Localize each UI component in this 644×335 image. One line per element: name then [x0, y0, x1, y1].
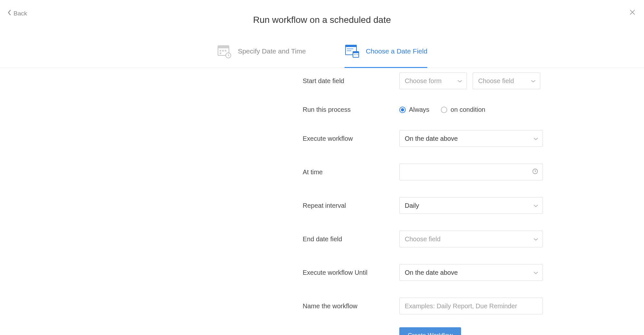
select-end-date-field[interactable]: Choose field — [399, 231, 543, 247]
select-value: Daily — [405, 202, 419, 209]
row-execute-workflow: Execute workflow On the date above — [100, 130, 544, 147]
radio-label: Always — [409, 106, 429, 113]
radio-icon — [399, 107, 406, 113]
tab-label: Choose a Date Field — [366, 47, 427, 55]
select-choose-form[interactable]: Choose form — [399, 72, 467, 89]
radio-on-condition[interactable]: on condition — [441, 106, 485, 113]
tab-choose-date-field[interactable]: Choose a Date Field — [345, 37, 427, 68]
form-area: Start date field Choose form Choose fiel… — [0, 68, 644, 335]
radio-label: on condition — [450, 106, 485, 113]
label-execute-until: Execute workflow Until — [303, 269, 399, 276]
svg-rect-1 — [218, 46, 229, 48]
svg-rect-2 — [220, 50, 221, 52]
label-repeat-interval: Repeat interval — [303, 202, 399, 209]
chevron-down-icon — [534, 235, 538, 243]
tab-label: Specify Date and Time — [238, 47, 306, 55]
page-title: Run workflow on a scheduled date — [8, 6, 636, 37]
row-name-workflow: Name the workflow — [100, 298, 544, 314]
chevron-down-icon — [534, 269, 538, 276]
select-repeat-interval[interactable]: Daily — [399, 197, 543, 214]
svg-rect-13 — [354, 54, 355, 55]
chevron-left-icon — [8, 10, 12, 17]
row-end-date: End date field Choose field — [100, 231, 544, 247]
row-start-date: Start date field Choose form Choose fiel… — [100, 72, 544, 89]
clock-icon — [532, 168, 538, 176]
close-button[interactable] — [629, 8, 636, 17]
input-at-time[interactable] — [399, 164, 543, 180]
select-execute-until[interactable]: On the date above — [399, 264, 543, 281]
form-calendar-icon — [345, 44, 359, 59]
label-at-time: At time — [303, 168, 399, 176]
svg-rect-9 — [347, 48, 353, 49]
svg-rect-8 — [346, 45, 356, 47]
radio-icon — [441, 107, 447, 113]
label-end-date: End date field — [303, 235, 399, 243]
calendar-clock-icon — [217, 44, 232, 59]
label-execute-workflow: Execute workflow — [303, 135, 399, 142]
label-name-workflow: Name the workflow — [303, 302, 399, 310]
select-value: Choose field — [478, 77, 514, 85]
svg-rect-3 — [222, 50, 224, 52]
radio-always[interactable]: Always — [399, 106, 429, 113]
select-value: On the date above — [405, 269, 458, 276]
back-button[interactable]: Back — [8, 10, 27, 17]
label-start-date: Start date field — [303, 77, 399, 85]
svg-rect-10 — [347, 50, 351, 51]
select-execute-workflow[interactable]: On the date above — [399, 130, 543, 147]
svg-rect-5 — [220, 53, 221, 54]
row-at-time: At time — [100, 164, 544, 180]
chevron-down-icon — [458, 77, 462, 85]
select-value: Choose field — [405, 235, 440, 243]
close-icon — [629, 12, 636, 17]
modal-header: Back Run workflow on a scheduled date — [0, 0, 644, 68]
select-value: Choose form — [405, 77, 442, 85]
select-choose-field-start[interactable]: Choose field — [473, 72, 540, 89]
svg-rect-12 — [353, 52, 359, 53]
input-workflow-name[interactable] — [399, 298, 543, 314]
chevron-down-icon — [534, 135, 538, 142]
label-run-process: Run this process — [303, 106, 399, 113]
chevron-down-icon — [534, 202, 538, 209]
create-workflow-button[interactable]: Create Workflow — [399, 327, 461, 335]
row-run-process: Run this process Always on condition — [100, 106, 544, 113]
svg-rect-14 — [355, 54, 356, 55]
row-repeat-interval: Repeat interval Daily — [100, 197, 544, 214]
chevron-down-icon — [531, 77, 535, 85]
svg-rect-15 — [357, 54, 358, 55]
row-execute-until: Execute workflow Until On the date above — [100, 264, 544, 281]
back-label: Back — [14, 10, 27, 17]
tab-specify-date-time[interactable]: Specify Date and Time — [217, 37, 306, 68]
select-value: On the date above — [405, 135, 458, 142]
tab-bar: Specify Date and Time Choose a Date Fiel… — [8, 37, 636, 68]
svg-rect-4 — [225, 50, 226, 52]
